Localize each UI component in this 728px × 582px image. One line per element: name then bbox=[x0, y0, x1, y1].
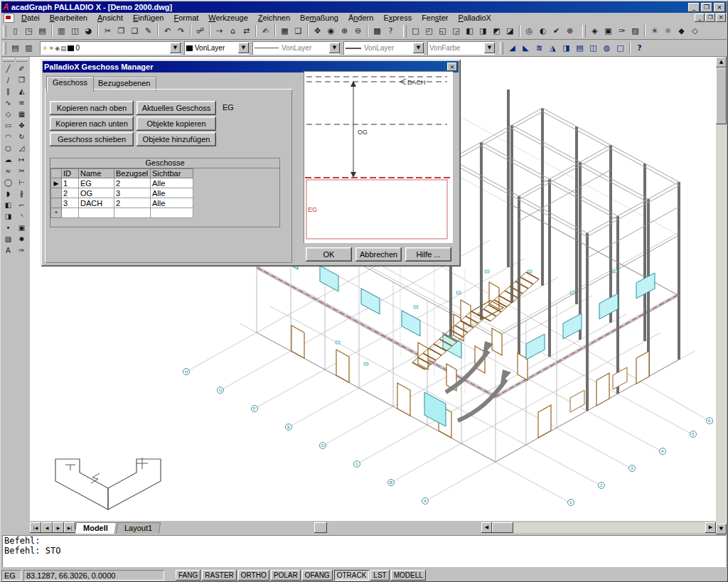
minimize-button[interactable]: _ bbox=[688, 3, 700, 12]
find-icon[interactable]: ◕ bbox=[82, 24, 95, 38]
current-geschoss-button[interactable]: Aktuelles Geschoss bbox=[136, 101, 216, 115]
roof-tool-icon[interactable]: ◣ bbox=[519, 41, 532, 55]
area-icon[interactable]: ⌂ bbox=[226, 24, 240, 38]
move-icon[interactable]: ✥ bbox=[16, 120, 28, 131]
stretch-icon[interactable]: ↦ bbox=[16, 154, 28, 166]
toggle-ofang[interactable]: OFANG bbox=[302, 570, 333, 581]
view-box-top-icon[interactable]: □ bbox=[409, 24, 422, 38]
grid-cell[interactable]: Alle bbox=[151, 198, 193, 208]
toggle-polar[interactable]: POLAR bbox=[271, 570, 301, 581]
hyperlink-icon[interactable]: ☍ bbox=[193, 24, 207, 38]
grid-cell[interactable]: 3 bbox=[62, 198, 79, 208]
make-block-icon[interactable]: ◨ bbox=[2, 211, 15, 222]
wizard-icon[interactable]: ✑ bbox=[615, 24, 628, 38]
scroll-right-icon[interactable]: ▶ bbox=[705, 522, 716, 533]
geschoss-row[interactable]: ▶1EG2Alle bbox=[51, 178, 193, 188]
menu-bearbeiten[interactable]: Bearbeiten bbox=[45, 13, 92, 23]
menu-datei[interactable]: Datei bbox=[16, 13, 45, 23]
ucs-world-icon[interactable]: ⊕ bbox=[563, 24, 577, 38]
menu-fenster[interactable]: Fenster bbox=[417, 13, 453, 23]
rectangle-icon[interactable]: ▭ bbox=[2, 120, 15, 131]
layer-lock-icon[interactable]: ◈ bbox=[55, 45, 60, 52]
view-iso-se-icon[interactable]: ◨ bbox=[476, 24, 490, 38]
cancel-button[interactable]: Abbrechen bbox=[355, 247, 402, 262]
close-button[interactable]: × bbox=[714, 3, 725, 12]
ok-button[interactable]: OK bbox=[306, 247, 352, 262]
zoom-realtime-icon[interactable]: ◉ bbox=[324, 24, 338, 38]
tab-geschoss[interactable]: Geschoss bbox=[46, 76, 94, 92]
view-iso-sw-icon[interactable]: ◧ bbox=[463, 24, 476, 38]
offset-icon[interactable]: ≌ bbox=[16, 97, 28, 109]
grid-tool-icon[interactable]: ▤ bbox=[573, 41, 587, 55]
menu-ndern[interactable]: Ändern bbox=[343, 13, 379, 23]
paste-icon[interactable]: ❏ bbox=[128, 24, 141, 38]
toggle-otrack[interactable]: OTRACK bbox=[334, 570, 370, 581]
spline-icon[interactable]: ≈ bbox=[2, 166, 15, 177]
grid-cell[interactable]: 2 bbox=[62, 188, 79, 198]
extend-icon[interactable]: ⊢ bbox=[16, 177, 28, 188]
grid-cell[interactable]: 3 bbox=[114, 188, 151, 198]
col-sichtbar[interactable]: Sichtbar bbox=[151, 169, 193, 178]
scale-icon[interactable]: ◿ bbox=[16, 143, 28, 154]
view-box-front-icon[interactable]: ◱ bbox=[436, 24, 449, 38]
copy-icon[interactable]: ❐ bbox=[114, 24, 128, 38]
named-views-icon[interactable]: ◎ bbox=[523, 24, 536, 38]
toolbar-grip[interactable] bbox=[3, 42, 6, 55]
grid-cell[interactable]: DACH bbox=[79, 198, 114, 208]
grid-cell[interactable] bbox=[62, 208, 79, 218]
col-bezugsel[interactable]: Bezugsel bbox=[114, 169, 151, 178]
save-icon[interactable]: ▤ bbox=[36, 24, 49, 38]
lineweight-combo-dropdown[interactable]: ▼ bbox=[413, 43, 424, 53]
grid-cell[interactable]: 2 bbox=[114, 198, 151, 208]
layer-previous-icon[interactable]: ▥ bbox=[22, 41, 36, 55]
menu-palladiox[interactable]: PalladioX bbox=[453, 13, 496, 23]
wall-tool-icon[interactable]: ◢ bbox=[505, 41, 519, 55]
tab-next-icon[interactable]: ▶ bbox=[53, 522, 64, 533]
copy-objects-button[interactable]: Objekte kopieren bbox=[136, 117, 216, 131]
cut-icon[interactable]: ✂ bbox=[101, 24, 114, 38]
color-combo-dropdown[interactable]: ▼ bbox=[238, 43, 249, 53]
list-icon[interactable]: ⇄ bbox=[240, 24, 253, 38]
new-file-icon[interactable]: ▯ bbox=[9, 24, 22, 38]
wand-icon[interactable]: ✑ bbox=[16, 245, 28, 257]
plotstyle-combo[interactable]: VonFarbe ▼ bbox=[427, 41, 495, 55]
add-objects-button[interactable]: Objekte hinzufügen bbox=[136, 132, 216, 146]
bulb-icon[interactable]: ☼ bbox=[661, 24, 675, 38]
menu-zeichnen[interactable]: Zeichnen bbox=[253, 13, 295, 23]
mdi-minimize-button[interactable]: _ bbox=[695, 14, 705, 22]
menu-bemaung[interactable]: Bemaßung bbox=[295, 13, 343, 23]
stair-tool-icon[interactable]: ≋ bbox=[532, 41, 546, 55]
layer-freeze-icon[interactable]: ☀ bbox=[48, 45, 54, 52]
distance-icon[interactable]: ⇢ bbox=[213, 24, 226, 38]
grid-cell[interactable]: Alle bbox=[151, 188, 193, 198]
construction-line-icon[interactable]: ∕ bbox=[2, 75, 15, 86]
xref-icon[interactable]: ◈ bbox=[588, 24, 601, 38]
toggle-raster[interactable]: RASTER bbox=[202, 570, 237, 581]
redo-icon[interactable]: ↷ bbox=[174, 24, 188, 38]
line-icon[interactable]: ╱ bbox=[2, 63, 15, 75]
layer-plot-icon[interactable]: ▤ bbox=[60, 45, 67, 52]
toolbar-grip[interactable] bbox=[582, 25, 586, 38]
image-icon[interactable]: ▣ bbox=[601, 24, 615, 38]
grid-cell[interactable]: 2 bbox=[114, 178, 151, 188]
section-tool-icon[interactable]: ◫ bbox=[587, 41, 600, 55]
view-box-back-icon[interactable]: ◲ bbox=[449, 24, 463, 38]
horizontal-scrollbar[interactable]: ◀ ▶ bbox=[481, 522, 716, 533]
grid-cell[interactable]: OG bbox=[79, 188, 114, 198]
layout-icon[interactable]: ▨ bbox=[628, 24, 642, 38]
col-name[interactable]: Name bbox=[79, 169, 114, 178]
ellipse-icon[interactable]: ◯ bbox=[2, 177, 15, 188]
menu-ansicht[interactable]: Ansicht bbox=[92, 13, 128, 23]
menu-einfgen[interactable]: Einfügen bbox=[128, 13, 168, 23]
circle-icon[interactable]: ○ bbox=[2, 143, 15, 154]
plotstyle-combo-dropdown[interactable]: ▼ bbox=[484, 43, 495, 53]
tab-modell[interactable]: Modell bbox=[75, 522, 117, 534]
hatch-icon[interactable]: ▨ bbox=[2, 234, 15, 245]
copy-up-button[interactable]: Kopieren nach oben bbox=[50, 101, 134, 115]
ellipse-arc-icon[interactable]: ◗ bbox=[2, 188, 15, 200]
row-selector[interactable]: ▶ bbox=[51, 178, 62, 188]
scroll-up-icon[interactable]: ▲ bbox=[716, 57, 727, 68]
polygon-icon[interactable]: ◇ bbox=[2, 109, 15, 120]
grid-cell[interactable] bbox=[114, 208, 151, 218]
properties-icon[interactable]: ❑ bbox=[291, 24, 305, 38]
